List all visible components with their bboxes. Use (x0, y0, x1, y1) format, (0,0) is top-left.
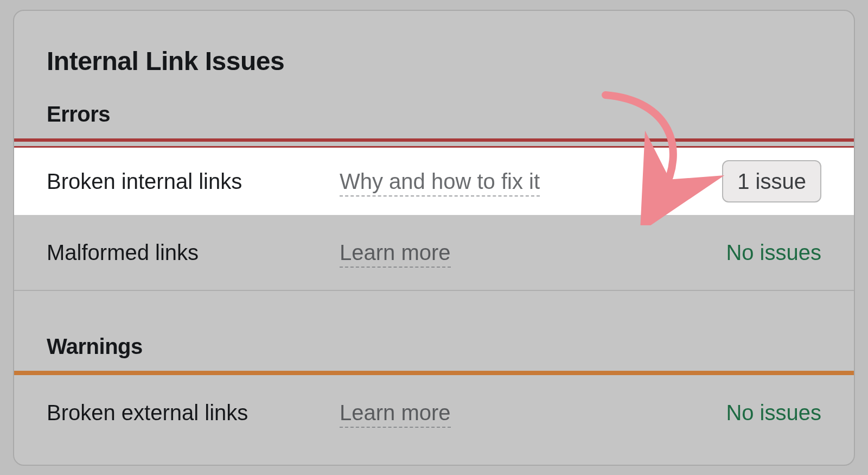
errors-divider (14, 138, 854, 142)
internal-link-issues-panel: Internal Link Issues Errors Broken inter… (13, 10, 855, 466)
issue-status: No issues (680, 401, 821, 425)
issue-help-link[interactable]: Learn more (340, 240, 680, 265)
issue-name: Broken external links (47, 401, 340, 425)
no-issues-label: No issues (726, 401, 821, 425)
section-header-errors: Errors (14, 76, 854, 138)
no-issues-label: No issues (726, 240, 821, 265)
issue-row-broken-external-links[interactable]: Broken external links Learn more No issu… (14, 375, 854, 450)
warnings-divider (14, 371, 854, 375)
issue-row-broken-internal-links[interactable]: Broken internal links Why and how to fix… (14, 148, 854, 215)
issue-row-malformed-links[interactable]: Malformed links Learn more No issues (14, 215, 854, 291)
panel-title: Internal Link Issues (14, 11, 854, 76)
issue-name: Malformed links (47, 240, 340, 265)
issue-help-link[interactable]: Why and how to fix it (340, 169, 680, 194)
issue-status: No issues (680, 240, 821, 265)
issue-count-button[interactable]: 1 issue (722, 160, 821, 202)
issue-name: Broken internal links (47, 169, 340, 194)
issue-status: 1 issue (680, 160, 821, 202)
section-header-warnings: Warnings (14, 291, 854, 371)
issue-help-link[interactable]: Learn more (340, 401, 680, 425)
